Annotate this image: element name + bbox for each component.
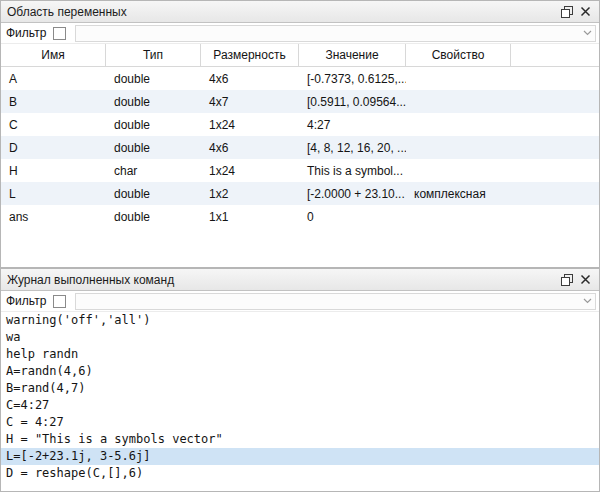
history-panel-title: Журнал выполненных команд	[7, 273, 557, 287]
table-row[interactable]: Ldouble1x2[-2.0000 + 23.10...комплексная	[1, 182, 599, 205]
command-line[interactable]: H = "This is a symbols vector"	[1, 431, 599, 448]
column-header-value[interactable]: Значение	[299, 44, 406, 66]
cell-value: [4, 8, 12, 16, 20, ...	[299, 141, 406, 155]
command-line[interactable]: help randn	[1, 346, 599, 363]
column-header-property[interactable]: Свойство	[406, 44, 511, 66]
cell-name: H	[1, 164, 106, 178]
variables-filter-checkbox[interactable]	[53, 27, 66, 40]
table-row[interactable]: Bdouble4x7[0.5911, 0.09564...	[1, 90, 599, 113]
variables-panel-title: Область переменных	[7, 5, 557, 19]
cell-name: C	[1, 118, 106, 132]
cell-type: double	[106, 95, 201, 109]
history-titlebar[interactable]: Журнал выполненных команд	[1, 269, 599, 291]
cell-type: double	[106, 118, 201, 132]
cell-name: B	[1, 95, 106, 109]
cell-name: ans	[1, 210, 106, 224]
cell-type: double	[106, 187, 201, 201]
cell-name: L	[1, 187, 106, 201]
cell-name: D	[1, 141, 106, 155]
history-filter-combobox[interactable]	[75, 293, 596, 310]
table-row[interactable]: Hchar1x24This is a symbol...	[1, 159, 599, 182]
cell-size: 1x24	[201, 164, 299, 178]
command-line[interactable]: wa	[1, 329, 599, 346]
history-filter-checkbox[interactable]	[53, 295, 66, 308]
cell-value: [0.5911, 0.09564...	[299, 95, 406, 109]
cell-name: A	[1, 72, 106, 86]
variables-table-header: Имя Тип Размерность Значение Свойство	[1, 44, 599, 67]
variables-titlebar[interactable]: Область переменных	[1, 1, 599, 23]
table-row[interactable]: Adouble4x6[-0.7373, 0.6125,...	[1, 67, 599, 90]
command-line[interactable]: C=4:27	[1, 397, 599, 414]
column-header-name[interactable]: Имя	[1, 44, 106, 66]
table-row[interactable]: ansdouble1x10	[1, 205, 599, 228]
history-filter-row: Фильтр	[1, 291, 599, 312]
variables-panel: Область переменных Фильтр Имя Тип Разме	[0, 0, 600, 268]
cell-value: [-2.0000 + 23.10...	[299, 187, 406, 201]
history-undock-icon[interactable]	[557, 271, 576, 289]
table-row[interactable]: Ddouble4x6[4, 8, 12, 16, 20, ...	[1, 136, 599, 159]
cell-size: 1x2	[201, 187, 299, 201]
cell-value: 0	[299, 210, 406, 224]
history-close-icon[interactable]	[576, 271, 595, 289]
history-list: warning('off','all')wahelp randnA=randn(…	[1, 312, 599, 491]
variables-table-body: Adouble4x6[-0.7373, 0.6125,...Bdouble4x7…	[1, 67, 599, 267]
cell-value: This is a symbol...	[299, 164, 406, 178]
command-line[interactable]: B=rand(4,7)	[1, 380, 599, 397]
cell-size: 4x6	[201, 72, 299, 86]
chevron-down-icon	[583, 298, 592, 304]
chevron-down-icon	[583, 30, 592, 36]
variables-undock-icon[interactable]	[557, 3, 576, 21]
cell-type: double	[106, 72, 201, 86]
cell-type: double	[106, 141, 201, 155]
history-panel: Журнал выполненных команд Фильтр warning…	[0, 268, 600, 492]
command-line[interactable]: C = 4:27	[1, 414, 599, 431]
command-line[interactable]: D = reshape(C,[],6)	[1, 465, 599, 482]
cell-size: 1x1	[201, 210, 299, 224]
cell-type: char	[106, 164, 201, 178]
variables-close-icon[interactable]	[576, 3, 595, 21]
variables-filter-row: Фильтр	[1, 23, 599, 44]
variables-filter-combobox[interactable]	[75, 25, 596, 42]
cell-size: 4x7	[201, 95, 299, 109]
cell-value: [-0.7373, 0.6125,...	[299, 72, 406, 86]
cell-size: 4x6	[201, 141, 299, 155]
history-filter-label: Фильтр	[6, 294, 46, 308]
column-header-type[interactable]: Тип	[106, 44, 201, 66]
table-row[interactable]: Cdouble1x244:27	[1, 113, 599, 136]
command-line[interactable]: warning('off','all')	[1, 312, 599, 329]
cell-size: 1x24	[201, 118, 299, 132]
command-line[interactable]: L=[-2+23.1j, 3-5.6j]	[1, 448, 599, 465]
command-line[interactable]: A=randn(4,6)	[1, 363, 599, 380]
cell-type: double	[106, 210, 201, 224]
cell-property: комплексная	[406, 187, 511, 201]
variables-filter-label: Фильтр	[6, 26, 46, 40]
cell-value: 4:27	[299, 118, 406, 132]
column-header-size[interactable]: Размерность	[201, 44, 299, 66]
